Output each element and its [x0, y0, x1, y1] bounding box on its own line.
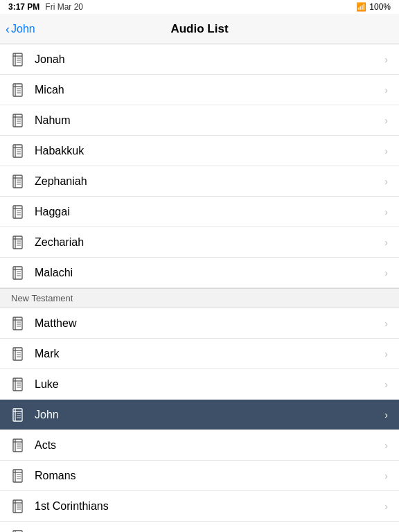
book-icon-matthew [11, 316, 26, 331]
svg-rect-36 [13, 236, 22, 249]
nav-title: Audio List [170, 22, 228, 36]
list-item-habakkuk[interactable]: Habakkuk› [0, 136, 399, 166]
book-icon-romans [11, 468, 26, 484]
list-container: Jonah› Micah› Nahum› Habakkuk› [0, 44, 399, 532]
item-label-matthew: Matthew [35, 317, 379, 330]
book-icon-zephaniah [11, 174, 26, 189]
chevron-right-icon-zephaniah: › [384, 176, 388, 187]
list-item-zechariah[interactable]: Zechariah› [0, 227, 399, 258]
nav-back-button[interactable]: ‹ John [6, 23, 35, 35]
item-label-acts: Acts [35, 439, 379, 452]
chevron-right-icon-jonah: › [384, 54, 388, 65]
item-label-habakkuk: Habakkuk [35, 145, 379, 157]
svg-rect-84 [13, 500, 22, 513]
book-icon-habakkuk [11, 143, 26, 159]
chevron-right-icon-mark: › [384, 348, 388, 360]
list-item-mark[interactable]: Mark› [0, 339, 399, 369]
svg-rect-12 [13, 114, 22, 127]
item-label-romans: Romans [35, 470, 379, 482]
list-item-john[interactable]: John› [0, 400, 399, 430]
list-item-acts[interactable]: Acts› [0, 430, 399, 461]
book-icon-malachi [11, 265, 26, 281]
list-item-luke[interactable]: Luke› [0, 369, 399, 400]
item-label-zephaniah: Zephaniah [35, 175, 379, 188]
list-item-nahum[interactable]: Nahum› [0, 105, 399, 136]
status-bar: 3:17 PM Fri Mar 20 📶 100% [0, 0, 399, 14]
book-icon-haggai [11, 204, 26, 220]
item-label-1corinthians: 1st Corinthians [35, 500, 379, 513]
item-label-luke: Luke [35, 378, 379, 391]
chevron-right-icon-malachi: › [384, 267, 388, 278]
chevron-right-icon-1corinthians: › [384, 501, 388, 512]
svg-rect-30 [13, 206, 22, 218]
nav-back-label: John [11, 23, 35, 35]
svg-rect-0 [13, 53, 22, 66]
nav-bar: ‹ John Audio List [0, 14, 399, 44]
item-label-mark: Mark [35, 348, 379, 360]
svg-rect-48 [13, 317, 22, 330]
book-icon-john [11, 407, 26, 423]
svg-rect-6 [13, 84, 22, 96]
chevron-right-icon-micah: › [384, 85, 388, 96]
chevron-right-icon-acts: › [384, 440, 388, 451]
item-label-micah: Micah [35, 84, 379, 96]
item-label-haggai: Haggai [35, 206, 379, 218]
chevron-right-icon-john: › [384, 409, 388, 420]
status-right: 📶 100% [356, 2, 391, 12]
list-item-jonah[interactable]: Jonah› [0, 44, 399, 75]
chevron-right-icon-haggai: › [384, 206, 388, 218]
status-date: Fri Mar 20 [45, 2, 83, 12]
list-item-2corinthians[interactable]: 2nd Corinthians› [0, 522, 399, 532]
section-header-new-testament: New Testament [0, 288, 399, 308]
book-icon-nahum [11, 113, 26, 128]
status-time: 3:17 PM [8, 2, 39, 12]
book-icon-micah [11, 82, 26, 98]
chevron-right-icon-luke: › [384, 379, 388, 390]
back-chevron-icon: ‹ [6, 23, 10, 35]
item-label-jonah: Jonah [35, 53, 379, 66]
list-item-malachi[interactable]: Malachi› [0, 258, 399, 288]
book-icon-zechariah [11, 235, 26, 250]
list-item-haggai[interactable]: Haggai› [0, 197, 399, 227]
wifi-icon: 📶 [356, 2, 366, 12]
book-icon-2corinthians [11, 529, 26, 533]
battery-icon: 100% [369, 2, 391, 12]
svg-rect-66 [13, 409, 22, 421]
book-icon-1corinthians [11, 499, 26, 514]
book-icon-acts [11, 438, 26, 453]
item-label-malachi: Malachi [35, 267, 379, 279]
svg-rect-24 [13, 175, 22, 188]
chevron-right-icon-romans: › [384, 470, 388, 481]
chevron-right-icon-habakkuk: › [384, 145, 388, 157]
svg-rect-60 [13, 378, 22, 391]
list-item-1corinthians[interactable]: 1st Corinthians› [0, 491, 399, 522]
list-item-matthew[interactable]: Matthew› [0, 308, 399, 339]
chevron-right-icon-matthew: › [384, 318, 388, 329]
chevron-right-icon-zechariah: › [384, 237, 388, 248]
item-label-nahum: Nahum [35, 114, 379, 127]
svg-rect-72 [13, 439, 22, 452]
svg-rect-18 [13, 145, 22, 157]
chevron-right-icon-nahum: › [384, 115, 388, 126]
item-label-john: John [35, 409, 379, 421]
svg-rect-42 [13, 267, 22, 279]
book-icon-jonah [11, 52, 26, 67]
list-item-romans[interactable]: Romans› [0, 461, 399, 491]
list-item-zephaniah[interactable]: Zephaniah› [0, 166, 399, 197]
list-item-micah[interactable]: Micah› [0, 75, 399, 105]
svg-rect-78 [13, 470, 22, 482]
book-icon-luke [11, 377, 26, 392]
item-label-zechariah: Zechariah [35, 236, 379, 249]
book-icon-mark [11, 346, 26, 362]
svg-rect-54 [13, 348, 22, 360]
